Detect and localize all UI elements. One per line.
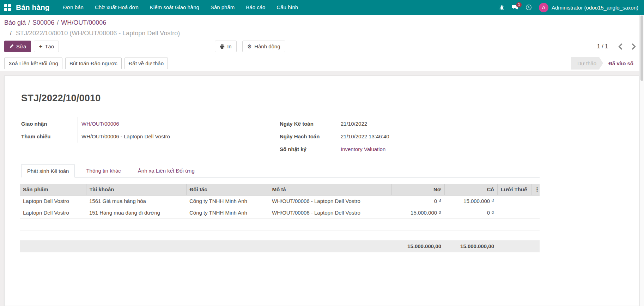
nav-item-don-ban[interactable]: Đơn bán (57, 0, 89, 15)
form-sheet: STJ/2022/10/0010 Giao nhận WH/OUT/00006 … (4, 76, 639, 306)
tab-phat-sinh-ke-toan[interactable]: Phát sinh Kế toán (21, 164, 75, 178)
table-header-row: Sản phẩm Tài khoản Đối tác Mô tả Nợ Có L… (20, 184, 540, 195)
avatar: A (539, 3, 548, 12)
unreconcile-button[interactable]: Xoá Liên kết Đối ứng (4, 58, 62, 69)
printer-icon (220, 44, 225, 49)
col-header-co[interactable]: Có (444, 184, 497, 195)
reset-to-draft-button[interactable]: Đặt về dự thảo (124, 58, 168, 69)
main-menu: Đơn bán Chờ xuất Hoá đơn Kiểm soát Giao … (57, 0, 304, 15)
tab-thong-tin-khac[interactable]: Thông tin khác (80, 164, 126, 177)
apps-grid-icon[interactable] (4, 4, 11, 11)
col-header-no[interactable]: Nợ (391, 184, 444, 195)
nav-item-kiem-soat-giao-hang[interactable]: Kiểm soát Giao hàng (144, 0, 205, 15)
status-step-posted[interactable]: Đã vào sổ (599, 57, 639, 70)
record-title: STJ/2022/10/0010 (21, 93, 639, 104)
reverse-entry-button[interactable]: Bút toán Đảo ngược (65, 58, 122, 69)
field-groups: Giao nhận WH/OUT/00006 Tham chiếu WH/OUT… (21, 117, 538, 155)
field-value-tham-chieu: WH/OUT/00006 - Laptopn Dell Vostro (81, 133, 170, 139)
nav-item-cho-xuat-hoa-don[interactable]: Chờ xuất Hoá đơn (89, 0, 144, 15)
nav-item-cau-hinh[interactable]: Cấu hình (271, 0, 304, 15)
bug-icon[interactable] (499, 5, 505, 10)
col-header-luoi-thue[interactable]: Lưới Thuế (497, 184, 531, 195)
field-value-ngay-ke-toan: 21/10/2022 (341, 121, 367, 127)
col-header-tai-khoan[interactable]: Tài khoản (86, 184, 186, 195)
col-header-mo-ta[interactable]: Mô tả (269, 184, 391, 195)
status-step-draft[interactable]: Dự thảo (571, 57, 599, 70)
notebook-tabs: Phát sinh Kế toán Thông tin khác Ánh xạ … (21, 164, 540, 178)
systray: 1 A Administrator (odoo15_anglo_saxon) (499, 3, 638, 12)
action-menu-button[interactable]: Hành động (242, 41, 285, 52)
user-name: Administrator (odoo15_anglo_saxon) (552, 5, 638, 11)
nav-item-san-pham[interactable]: Sản phẩm (205, 0, 240, 15)
field-value-giao-nhan[interactable]: WH/OUT/00006 (81, 121, 119, 127)
pager-counter[interactable]: 1 / 1 (597, 43, 608, 50)
app-name[interactable]: Bán hàng (16, 3, 50, 12)
control-panel: Báo giá/S00006/WH/OUT/00006 / STJ/2022/1… (0, 15, 644, 55)
message-count-badge: 1 (516, 2, 522, 7)
action-buttons-row: Sửa Tạo In (4, 41, 639, 52)
table-row[interactable]: Laptopn Dell Vostro 151 Hàng mua đang đi… (20, 207, 540, 218)
field-value-ngay-hach-toan: 21/10/2022 13:46:40 (341, 133, 389, 139)
vertical-scrollbar[interactable] (639, 15, 644, 306)
optional-columns-button[interactable] (531, 184, 540, 195)
chat-bubbles-icon[interactable]: 1 (512, 5, 518, 11)
breadcrumb-link-wh-out[interactable]: WH/OUT/00006 (61, 19, 106, 26)
field-label-so-nhat-ky: Sổ nhật ký (280, 143, 337, 155)
pager-next-button[interactable] (628, 42, 639, 51)
edit-button[interactable]: Sửa (4, 41, 31, 52)
form-view: STJ/2022/10/0010 Giao nhận WH/OUT/00006 … (0, 71, 644, 306)
journal-items-table: Sản phẩm Tài khoản Đối tác Mô tả Nợ Có L… (20, 184, 540, 230)
field-label-giao-nhan: Giao nhận (21, 117, 78, 130)
total-credit: 15.000.000,00 (444, 240, 497, 252)
scrollbar-thumb[interactable] (640, 16, 643, 81)
breadcrumb-separator: / (28, 19, 30, 26)
top-navbar: Bán hàng Đơn bán Chờ xuất Hoá đơn Kiểm s… (0, 0, 644, 15)
field-label-ngay-hach-toan: Ngày Hạch toán (280, 130, 337, 143)
totals-row: 15.000.000,00 15.000.000,00 (20, 240, 540, 252)
table-row[interactable]: Laptopn Dell Vostro 1561 Giá mua hàng hó… (20, 195, 540, 207)
field-value-so-nhat-ky[interactable]: Inventory Valuation (341, 146, 385, 152)
status-widget: Dự thảo Đã vào sổ (571, 57, 639, 70)
pager-previous-button[interactable] (615, 42, 626, 51)
breadcrumb-link-bao-gia[interactable]: Báo giá (4, 19, 26, 26)
col-header-doi-tac[interactable]: Đối tác (186, 184, 269, 195)
plus-icon (39, 43, 42, 49)
nav-item-bao-cao[interactable]: Báo cáo (240, 0, 271, 15)
kebab-icon (535, 186, 540, 192)
print-button[interactable]: In (215, 41, 237, 52)
odoo-window: Bán hàng Đơn bán Chờ xuất Hoá đơn Kiểm s… (0, 0, 644, 306)
breadcrumb-separator: / (10, 30, 12, 37)
create-button[interactable]: Tạo (34, 41, 59, 52)
breadcrumb-current: STJ/2022/10/0010 (WH/OUT/00006 - Laptopn… (16, 30, 180, 37)
total-debit: 15.000.000,00 (391, 240, 444, 252)
user-menu[interactable]: A Administrator (odoo15_anglo_saxon) (539, 3, 638, 12)
form-statusbar: Xoá Liên kết Đối ứng Bút toán Đảo ngược … (0, 55, 644, 71)
pager: 1 / 1 (597, 42, 639, 51)
breadcrumb: Báo giá/S00006/WH/OUT/00006 / STJ/2022/1… (4, 17, 639, 38)
breadcrumb-link-s00006[interactable]: S00006 (32, 19, 54, 26)
tab-anh-xa-lien-ket-doi-ung[interactable]: Ánh xạ Liên kết Đối ứng (132, 164, 200, 177)
field-label-ngay-ke-toan: Ngày Kế toán (280, 117, 337, 130)
breadcrumb-separator: / (57, 19, 59, 26)
gear-icon (247, 43, 252, 49)
clock-icon[interactable] (525, 4, 532, 11)
table-empty-row (20, 218, 540, 230)
pencil-icon (9, 44, 14, 49)
field-label-tham-chieu: Tham chiếu (21, 130, 78, 143)
col-header-san-pham[interactable]: Sản phẩm (20, 184, 86, 195)
